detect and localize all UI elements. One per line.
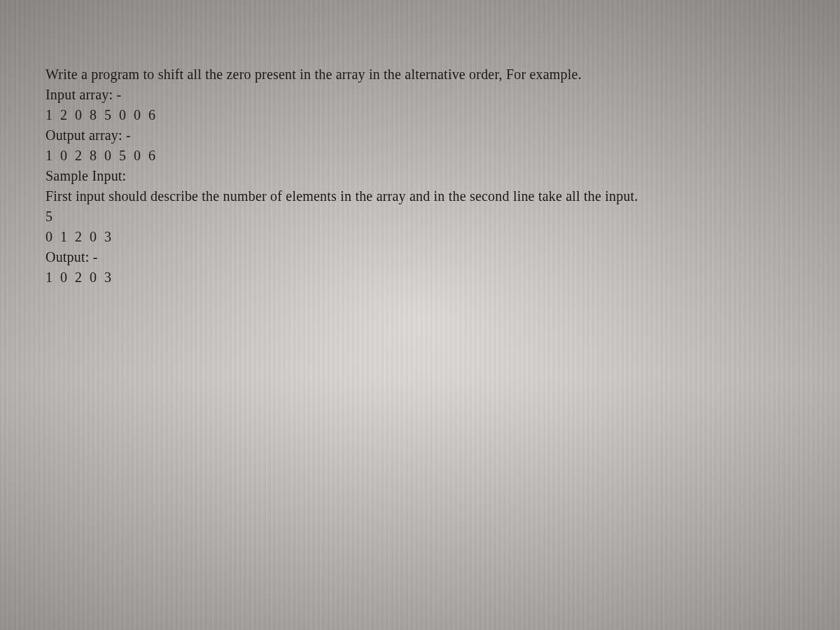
sample-output-label: Output: - — [46, 247, 794, 267]
input-array-label: Input array: - — [46, 85, 794, 105]
sample-values: 0 1 2 0 3 — [46, 227, 794, 247]
input-array-values: 1 2 0 8 5 0 0 6 — [46, 105, 794, 125]
sample-input-description: First input should describe the number o… — [46, 186, 794, 206]
problem-statement: Write a program to shift all the zero pr… — [0, 0, 840, 288]
sample-input-header: Sample Input: — [46, 166, 794, 186]
output-array-label: Output array: - — [46, 125, 794, 146]
problem-description: Write a program to shift all the zero pr… — [46, 64, 794, 85]
output-array-values: 1 0 2 8 0 5 0 6 — [46, 146, 794, 166]
sample-n: 5 — [46, 206, 794, 227]
sample-output-values: 1 0 2 0 3 — [46, 267, 794, 288]
